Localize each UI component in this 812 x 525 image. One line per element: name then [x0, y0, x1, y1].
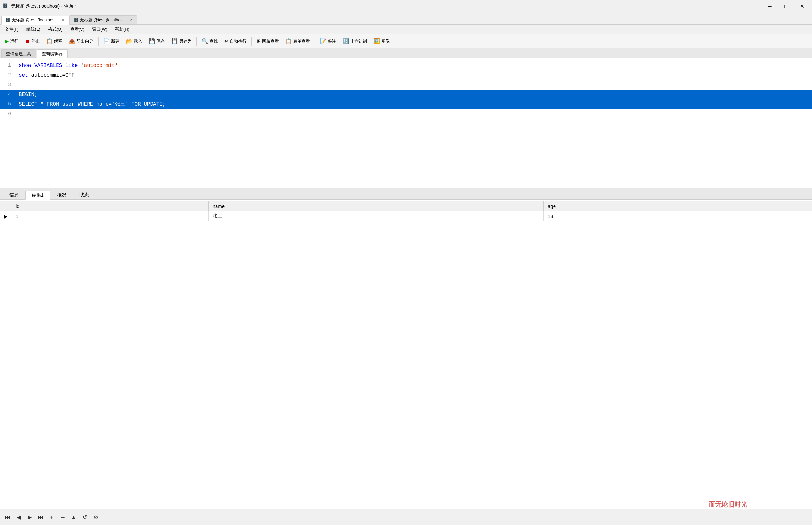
stop-icon: ⏹ [25, 39, 30, 44]
tab-icon-2: 🗄️ [74, 18, 78, 22]
watermark: 而无论旧时光 [709, 500, 747, 509]
separator-4 [315, 37, 315, 46]
col-name-header: name [209, 201, 543, 211]
new-icon: 📄 [103, 38, 110, 44]
explain-button[interactable]: 📋 解释 [43, 36, 65, 47]
tab-status-label: 状态 [80, 192, 89, 198]
explain-icon: 📋 [46, 38, 53, 44]
cell-age: 18 [543, 211, 812, 222]
hex-button[interactable]: 🔢 十六进制 [340, 36, 370, 47]
auto-wrap-icon: ↵ [224, 38, 228, 44]
nav-prev-button[interactable]: ◀ [14, 513, 23, 522]
tab-query-editor-label: 查询编辑器 [42, 51, 63, 57]
tab-label-1: 无标题 @test (localhost... [12, 17, 59, 23]
app-icon: 🗄️ [3, 3, 9, 10]
menu-edit[interactable]: 编辑(E) [23, 25, 44, 34]
load-icon: 📂 [126, 38, 133, 44]
line-num-6: 6 [0, 109, 16, 119]
bottom-panel: 信息 结果1 概况 状态 id name age [0, 188, 812, 525]
nav-first-button[interactable]: ⏮ [3, 513, 12, 522]
cell-name: 张三 [209, 211, 543, 222]
load-button[interactable]: 📂 载入 [123, 36, 145, 47]
row-arrow-cell: ▶ [0, 211, 12, 222]
tab-overview[interactable]: 概况 [50, 191, 73, 199]
tab-label-2: 无标题 @test (localhost... [80, 17, 127, 23]
row-arrow-icon: ▶ [4, 214, 8, 219]
export-label: 导出向导 [77, 39, 93, 44]
tab-query-builder[interactable]: 查询创建工具 [1, 49, 36, 58]
image-icon: 🖼️ [373, 38, 380, 44]
tab-status[interactable]: 状态 [73, 191, 96, 199]
tab-close-1[interactable]: ✕ [62, 18, 65, 22]
tab-close-2[interactable]: ✕ [130, 18, 133, 22]
menu-help[interactable]: 帮助(H) [111, 25, 133, 34]
menu-view[interactable]: 查看(V) [67, 25, 88, 34]
tab-2[interactable]: 🗄️ 无标题 @test (localhost... ✕ [70, 15, 137, 24]
nav-next-button[interactable]: ▶ [25, 513, 34, 522]
tab-1[interactable]: 🗄️ 无标题 @test (localhost... ✕ [1, 16, 69, 25]
load-label: 载入 [134, 39, 142, 44]
new-button[interactable]: 📄 新建 [101, 36, 122, 47]
nav-refresh-button[interactable]: ↺ [80, 513, 89, 522]
nav-add-button[interactable]: + [47, 513, 56, 522]
grid-view-button[interactable]: ⊞ 网格查看 [254, 36, 282, 47]
nav-bar: ⏮ ◀ ▶ ⏭ + ─ ▲ ↺ ⊘ [0, 509, 812, 525]
comment-label: 备注 [328, 39, 336, 44]
hex-icon: 🔢 [342, 38, 349, 44]
cell-id: 1 [12, 211, 209, 222]
comment-button[interactable]: 📝 备注 [317, 36, 339, 47]
image-button[interactable]: 🖼️ 图像 [371, 36, 393, 47]
find-label: 查找 [209, 39, 218, 44]
tab-query-editor[interactable]: 查询编辑器 [37, 49, 67, 58]
menu-format[interactable]: 格式(O) [45, 25, 66, 34]
auto-wrap-label: 自动换行 [230, 39, 247, 44]
tab-bar: 🗄️ 无标题 @test (localhost... ✕ 🗄️ 无标题 @tes… [0, 13, 812, 25]
export-button[interactable]: 📤 导出向导 [66, 36, 96, 47]
run-button[interactable]: ▶ 运行 [2, 36, 21, 47]
comment-icon: 📝 [320, 38, 326, 44]
col-age-header: age [543, 201, 812, 211]
line-num-2: 2 [0, 71, 16, 80]
separator-1 [98, 37, 98, 46]
close-button[interactable]: ✕ [795, 2, 809, 11]
find-button[interactable]: 🔍 查找 [199, 36, 221, 47]
new-label: 新建 [111, 39, 120, 44]
editor-container: 查询创建工具 查询编辑器 1 show VARIABLES like 'auto… [0, 48, 812, 188]
tab-result1[interactable]: 结果1 [25, 191, 50, 200]
nav-reset-button[interactable]: ⊘ [91, 513, 100, 522]
save-as-button[interactable]: 💾 另存为 [168, 36, 195, 47]
tab-result1-label: 结果1 [32, 192, 44, 198]
stop-label: 停止 [31, 39, 40, 44]
tab-info[interactable]: 信息 [3, 191, 25, 199]
code-line-5: 5 SELECT * FROM user WHERE name='张三' FOR… [0, 100, 812, 109]
form-view-button[interactable]: 📋 表单查看 [282, 36, 313, 47]
menu-window[interactable]: 窗口(W) [89, 25, 111, 34]
find-icon: 🔍 [202, 38, 208, 44]
maximize-button[interactable]: □ [778, 2, 793, 11]
code-editor[interactable]: 1 show VARIABLES like 'autocommit' 2 set… [0, 58, 812, 188]
save-label: 保存 [156, 39, 165, 44]
table-row[interactable]: ▶ 1 张三 18 [0, 211, 812, 222]
separator-3 [251, 37, 252, 46]
nav-last-button[interactable]: ⏭ [36, 513, 45, 522]
result-table: id name age ▶ 1 张三 18 [0, 201, 812, 222]
code-line-1: 1 show VARIABLES like 'autocommit' [0, 61, 812, 71]
code-line-4: 4 BEGIN; [0, 90, 812, 100]
form-view-label: 表单查看 [293, 39, 310, 44]
stop-button[interactable]: ⏹ 停止 [22, 36, 43, 47]
nav-minus-button[interactable]: ▲ [69, 513, 78, 522]
col-indicator-header [0, 201, 12, 211]
auto-wrap-button[interactable]: ↵ 自动换行 [221, 36, 249, 47]
hex-label: 十六进制 [350, 39, 367, 44]
grid-view-label: 网格查看 [262, 39, 279, 44]
save-as-label: 另存为 [179, 39, 191, 44]
save-button[interactable]: 💾 保存 [146, 36, 168, 47]
menu-file[interactable]: 文件(F) [1, 25, 22, 34]
minimize-button[interactable]: ─ [762, 2, 777, 11]
inner-tab-bar: 查询创建工具 查询编辑器 [0, 48, 812, 58]
explain-label: 解释 [54, 39, 62, 44]
window-controls: ─ □ ✕ [762, 2, 809, 11]
result-area: id name age ▶ 1 张三 18 [0, 200, 812, 509]
run-icon: ▶ [5, 38, 9, 44]
nav-delete-button[interactable]: ─ [58, 513, 67, 522]
